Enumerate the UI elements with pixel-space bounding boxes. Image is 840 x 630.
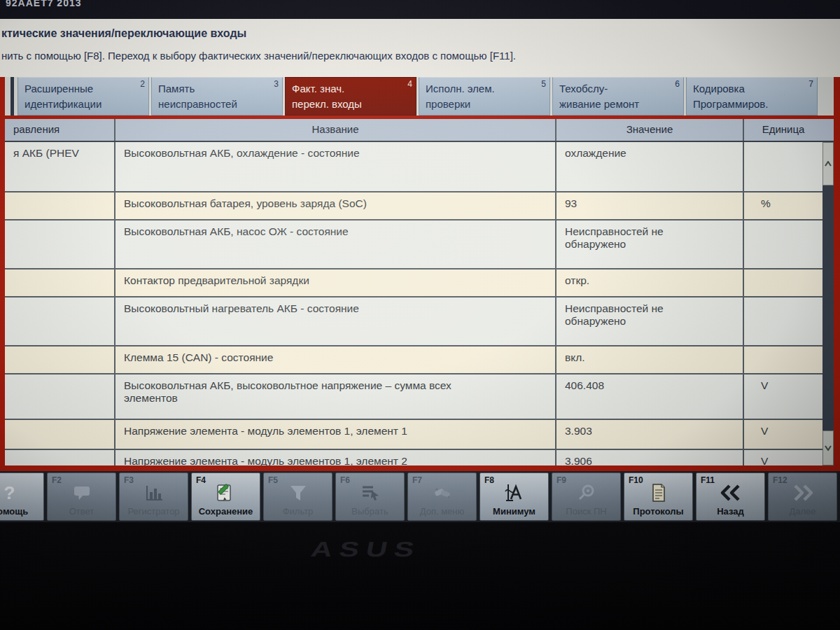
cell-value: Неисправностей не обнаружено [556,298,744,345]
tab-coding-programming[interactable]: 7 Кодировка Программиров. [686,77,818,115]
cell-control-unit [5,298,115,345]
tab-number: 2 [140,78,145,90]
back-chevrons-icon [696,482,764,504]
table-row[interactable]: Высоковольтный нагреватель АКБ - состоян… [5,298,822,346]
cell-name: Высоковольтная батарея, уровень заряда (… [115,192,556,219]
cell-unit [744,298,822,345]
f9-search-button: F9 Поиск ПН [552,472,621,521]
f1-help-button[interactable]: F1 ? Помощь [0,472,44,521]
content-frame: 2 Расширенные идентификации 3 Память неи… [0,77,840,471]
vertical-scrollbar[interactable] [822,119,834,465]
cell-name: Напряжение элемента - модуль элементов 1… [115,450,556,465]
tab-number: 6 [675,78,680,90]
f8-minimum-button[interactable]: F8 Минимум [479,472,549,521]
column-header-control-unit: равления [5,119,115,141]
table-row[interactable]: Высоковольтная АКБ, насос ОЖ - состояние… [5,220,822,270]
tab-label: живание ремонт [559,97,677,112]
table-row[interactable]: Клемма 15 (CAN) - состояние вкл. [5,346,822,374]
column-header-unit: Единица [744,119,822,141]
f2-answer-button: F2 Ответ [47,472,116,521]
f6-select-button: F6 Выбрать [335,472,405,521]
cell-name: Контактор предварительной зарядки [115,270,556,296]
window-top-bar: 92AAET7 2013 [0,0,840,19]
chevron-down-icon [825,445,832,451]
scroll-up-button[interactable] [822,142,834,186]
chevron-up-icon [825,161,832,167]
vehicle-code: 92AAET7 2013 [6,0,840,8]
waveform-a-icon [480,482,548,504]
tab-label: Исполн. элем. [426,81,543,97]
button-label: Далее [769,506,836,517]
search-parts-icon [552,482,620,504]
cell-value: вкл. [556,346,744,373]
button-label: Назад [696,506,764,517]
scrollbar-track[interactable] [822,186,834,430]
tab-number: 4 [407,78,412,90]
table-header-row: равления Название Значение Единица [5,119,822,142]
connectors-icon [408,482,476,504]
button-label: Сохранение [192,506,260,517]
page-header: ктические значения/переключающие входы н… [0,19,840,77]
button-label: Помощь [0,506,43,517]
notepad-pencil-icon [192,482,260,504]
tab-partial-1[interactable] [10,77,14,115]
tab-number: 7 [808,78,813,90]
cell-control-unit: я АКБ (PHEV [5,142,115,191]
table-row[interactable]: Контактор предварительной зарядки откр. [5,270,822,298]
f4-save-button[interactable]: F4 Сохранение [191,472,260,521]
cell-unit [744,346,822,373]
cell-unit: V [744,374,822,419]
cell-value: 93 [556,192,744,219]
bar-chart-icon [120,482,188,504]
cell-name: Высоковольтный нагреватель АКБ - состоян… [115,298,556,345]
tab-bar: 2 Расширенные идентификации 3 Память неи… [5,77,834,115]
page-subtitle: нить с помощью [F8]. Переход к выбору фа… [1,50,516,62]
cell-name: Клемма 15 (CAN) - состояние [115,346,556,373]
tab-label: Программиров. [693,97,811,112]
button-label: Фильтр [264,506,332,517]
select-list-icon [336,482,404,504]
tab-label: Техобслу- [559,81,677,97]
tab-actuator-tests[interactable]: 5 Исполн. элем. проверки [419,77,550,115]
f7-extra-menu-button: F7 Доп. меню [407,472,477,521]
button-label: Протоколы [624,506,692,517]
scroll-down-button[interactable] [822,430,834,465]
cell-unit: V [744,450,822,465]
button-label: Поиск ПН [552,506,620,517]
f11-back-button[interactable]: F11 Назад [696,472,765,521]
f5-filter-button: F5 Фильтр [263,472,332,521]
question-icon: ? [0,482,43,504]
cell-name: Напряжение элемента - модуль элементов 1… [115,420,556,449]
cell-value: 3.906 [556,450,744,465]
table-row[interactable]: Высоковольтная батарея, уровень заряда (… [5,192,822,220]
cell-value: охлаждение [556,142,744,191]
tab-label: Кодировка [693,81,811,97]
cell-name: Высоковольтная АКБ, охлаждение - состоян… [115,142,556,191]
table-row[interactable]: Напряжение элемента - модуль элементов 1… [5,450,822,465]
cell-value: 406.408 [556,374,744,419]
cell-control-unit [5,346,115,373]
cell-control-unit [5,192,115,219]
cell-control-unit [5,450,115,465]
table-row[interactable]: Напряжение элемента - модуль элементов 1… [5,420,822,450]
laptop-bezel: ASUS [0,522,840,630]
tab-fault-memory[interactable]: 3 Память неисправностей [151,77,283,115]
button-label: Минимум [480,506,548,517]
tab-maintenance-repair[interactable]: 6 Техобслу- живание ремонт [552,77,684,115]
cell-value: 3.903 [556,420,744,449]
cell-unit: % [744,192,822,219]
tab-actual-values[interactable]: 4 Факт. знач. перекл. входы [285,77,416,115]
page-title: ктические значения/переключающие входы [1,27,246,40]
f10-protocols-button[interactable]: F10 Протоколы [624,472,693,521]
cell-control-unit [5,420,115,449]
cell-unit [744,220,822,268]
button-label: Ответ [48,506,115,517]
table-row[interactable]: я АКБ (PHEV Высоковольтная АКБ, охлажден… [5,142,822,192]
table-row[interactable]: Высоковольтная АКБ, высоковольтное напря… [5,374,822,420]
tab-label: проверки [426,97,543,112]
asus-logo: ASUS [309,538,423,562]
tab-label: Факт. знач. [292,81,410,97]
tab-extended-identification[interactable]: 2 Расширенные идентификации [18,77,149,115]
function-key-toolbar: F1 ? Помощь F2 Ответ F3 Регистратор F4 С… [0,471,840,522]
tab-label: идентификации [24,97,142,112]
